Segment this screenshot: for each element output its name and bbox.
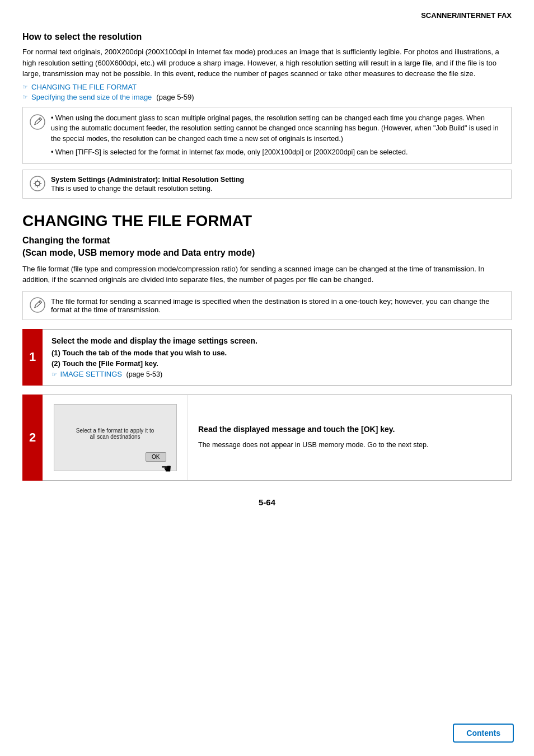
step1-sub2: (2) Touch the [File Format] key. [51, 359, 502, 368]
pencil-icon-2 [30, 297, 45, 314]
step1-sub1-text: (1) Touch the tab of the mode that you w… [51, 349, 227, 357]
page-header: SCANNER/INTERNET FAX [22, 11, 512, 22]
pencil-icon-1 [30, 114, 45, 130]
step2-image-area: Select a file format to apply it toall s… [43, 395, 188, 480]
resolution-note-box: • When using the document glass to scan … [22, 107, 512, 164]
step1-container: 1 Select the mode and display the image … [22, 329, 512, 386]
file-format-body1: The file format (file type and compressi… [22, 264, 512, 285]
screen-text: Select a file format to apply it toall s… [76, 428, 154, 440]
settings-desc: This is used to change the default resol… [51, 185, 503, 192]
contents-button[interactable]: Contents [453, 724, 514, 743]
step1-sub2-text: (2) Touch the [File Format] key. [51, 359, 158, 368]
link-icon-1: ☞ [22, 83, 28, 91]
step2-container: 2 Select a file format to apply it toall… [22, 395, 512, 481]
link-send-size-text[interactable]: Specifying the send size of the image [31, 93, 152, 101]
step1-number: 1 [22, 329, 43, 386]
resolution-body1: For normal text originals, 200X200dpi (2… [22, 46, 512, 79]
link-icon-3: ☞ [51, 371, 57, 378]
step1-link-text[interactable]: IMAGE SETTINGS [60, 370, 122, 378]
file-format-note-text: The file format for sending a scanned im… [51, 297, 503, 314]
hand-pointer-icon: ☚ [161, 462, 172, 476]
note-bullet-2: • When [TIFF-S] is selected for the form… [51, 147, 503, 158]
svg-point-2 [35, 181, 40, 186]
sub-heading1: Changing the format [22, 236, 512, 246]
step1-row: 1 Select the mode and display the image … [22, 329, 512, 386]
sub-heading2: (Scan mode, USB memory mode and Data ent… [22, 248, 512, 258]
svg-point-0 [30, 115, 45, 129]
settings-box: System Settings (Administrator): Initial… [22, 170, 512, 199]
page: SCANNER/INTERNET FAX How to select the r… [0, 0, 534, 756]
link-changing-format[interactable]: ☞ CHANGING THE FILE FORMAT [22, 83, 512, 91]
footer-page-number: 5-64 [22, 497, 512, 507]
big-title: CHANGING THE FILE FORMAT [22, 212, 512, 230]
resolution-heading: How to select the resolution [22, 32, 512, 42]
settings-title: System Settings (Administrator): Initial… [51, 176, 503, 184]
contents-label: Contents [466, 729, 500, 738]
svg-point-1 [30, 176, 45, 191]
step1-sub1: (1) Touch the tab of the mode that you w… [51, 349, 502, 357]
link-send-size-suffix: (page 5-59) [156, 93, 194, 101]
step1-content: Select the mode and display the image se… [43, 329, 512, 386]
step1-link-suffix: (page 5-53) [126, 370, 162, 378]
link-changing-format-text[interactable]: CHANGING THE FILE FORMAT [31, 83, 137, 91]
step2-body: The message does not appear in USB memor… [198, 440, 501, 450]
gear-icon [30, 176, 45, 191]
step1-main-title: Select the mode and display the image se… [51, 336, 502, 345]
file-format-note-box: The file format for sending a scanned im… [22, 291, 512, 320]
svg-point-3 [30, 298, 45, 312]
step1-link[interactable]: ☞ IMAGE SETTINGS (page 5-53) [51, 370, 502, 378]
note-bullet-1: • When using the document glass to scan … [51, 113, 503, 144]
step2-content: Select a file format to apply it toall s… [43, 395, 512, 481]
screen-mockup: Select a file format to apply it toall s… [54, 404, 177, 471]
header-title: SCANNER/INTERNET FAX [421, 11, 512, 20]
step2-text-area: Read the displayed message and touch the… [188, 415, 511, 459]
link-icon-2: ☞ [22, 93, 28, 101]
step2-main-title: Read the displayed message and touch the… [198, 424, 501, 435]
step2-number: 2 [22, 395, 43, 481]
ok-button[interactable]: OK [146, 452, 166, 462]
step2-row: 2 Select a file format to apply it toall… [22, 395, 512, 481]
link-send-size[interactable]: ☞ Specifying the send size of the image … [22, 93, 512, 101]
